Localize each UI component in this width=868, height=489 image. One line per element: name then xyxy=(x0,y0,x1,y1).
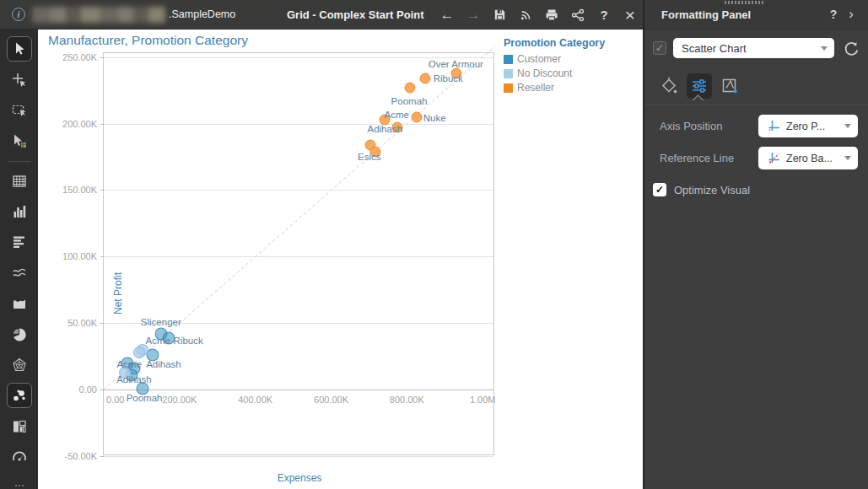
chart-title: Manufacturer, Promotion Category xyxy=(48,33,248,48)
tool-table[interactable] xyxy=(7,169,32,194)
legend-item[interactable]: Customer xyxy=(504,53,647,65)
share-button[interactable] xyxy=(567,4,589,26)
reference-line-value: Zero Ba... xyxy=(786,153,833,164)
share-icon xyxy=(570,8,585,23)
subscribe-button[interactable] xyxy=(515,4,536,26)
legend-swatch xyxy=(504,83,513,93)
legend: Promotion Category CustomerNo DiscountRe… xyxy=(504,37,647,96)
save-icon xyxy=(493,8,507,22)
treemap-icon xyxy=(11,418,28,435)
point-label: Ribuck xyxy=(434,73,463,83)
bar-chart-icon xyxy=(11,203,28,220)
legend-swatch xyxy=(504,55,513,64)
tool-radar-chart[interactable] xyxy=(7,352,32,378)
gauge-icon xyxy=(11,449,28,465)
reset-button[interactable] xyxy=(841,38,861,58)
y-tick-mark xyxy=(100,456,104,457)
tool-pointer[interactable] xyxy=(7,36,32,62)
tool-line-chart[interactable] xyxy=(7,261,32,286)
point-label: Over Armour xyxy=(429,59,483,69)
y-axis-tick-label: 150.00K xyxy=(62,185,97,195)
redacted-project-name xyxy=(32,7,165,23)
pie-chart-icon xyxy=(11,326,28,343)
tool-row-chart[interactable] xyxy=(7,229,32,255)
pointer-icon xyxy=(11,40,28,57)
save-button[interactable] xyxy=(488,4,510,26)
back-button[interactable]: ← xyxy=(436,4,458,26)
point-label: Acme xyxy=(116,359,141,369)
tool-area-chart[interactable] xyxy=(7,291,32,316)
point-label: Ribuck xyxy=(174,336,203,346)
scatter-point[interactable] xyxy=(404,83,415,94)
close-button[interactable]: × xyxy=(619,4,641,26)
chart-type-dropdown[interactable]: Scatter Chart xyxy=(673,38,834,58)
chevron-down-icon xyxy=(844,156,851,160)
point-label: Esics xyxy=(358,152,380,162)
tool-multi-select[interactable] xyxy=(7,128,32,153)
tool-crosshair-pointer[interactable] xyxy=(7,67,32,93)
scatter-point[interactable] xyxy=(133,347,145,358)
chart-type-checkbox[interactable]: ✓ xyxy=(653,41,666,55)
scatter-point[interactable] xyxy=(412,111,423,122)
chart-canvas: Manufacturer, Promotion Category Net Pro… xyxy=(38,30,643,489)
info-icon[interactable]: i xyxy=(12,8,25,21)
tab-data-format[interactable] xyxy=(717,73,742,99)
legend-swatch xyxy=(504,69,513,78)
crosshair-pointer-icon xyxy=(11,72,28,89)
radar-chart-icon xyxy=(11,357,28,373)
forward-button[interactable]: → xyxy=(462,4,484,26)
optimize-visual-checkbox[interactable]: ✓ xyxy=(653,183,666,196)
fill-format-icon xyxy=(660,77,678,95)
axis-position-label: Axis Position xyxy=(660,120,722,132)
panel-tabs xyxy=(644,58,868,99)
scatter-chart-icon xyxy=(11,387,28,404)
chart-type-value: Scatter Chart xyxy=(682,42,747,55)
point-label: Adihash xyxy=(116,374,152,384)
tool-bar-chart[interactable] xyxy=(7,199,32,224)
print-button[interactable] xyxy=(541,4,563,26)
legend-label: No Discount xyxy=(517,67,572,79)
optimize-visual-row: ✓ Optimize Visual xyxy=(644,169,868,196)
y-axis-tick-label: -50.00K xyxy=(64,451,97,461)
point-label: Slicenger xyxy=(141,317,181,327)
row-chart-icon xyxy=(11,234,28,250)
x-axis-title: Expenses xyxy=(207,472,392,484)
properties-sliders-icon xyxy=(690,77,709,95)
tool-gauge[interactable] xyxy=(7,444,32,470)
reference-line-icon xyxy=(767,151,781,165)
panel-collapse-button[interactable]: › xyxy=(843,6,860,23)
formatting-panel-header: Formatting Panel ? › xyxy=(644,0,868,30)
axis-position-dropdown[interactable]: Zero P... xyxy=(758,115,858,137)
y-gridline xyxy=(104,456,493,457)
reference-line-row: Reference Line Zero Ba... xyxy=(644,147,868,169)
reference-line-dropdown[interactable]: Zero Ba... xyxy=(758,147,858,169)
y-axis-tick-label: 100.00K xyxy=(62,251,97,261)
line-chart-icon xyxy=(11,265,28,282)
axis-position-value: Zero P... xyxy=(786,121,825,132)
area-chart-icon xyxy=(11,295,28,312)
panel-drag-grip[interactable] xyxy=(725,1,763,4)
point-label: Acme xyxy=(146,336,170,346)
formatting-panel: Formatting Panel ? › ✓ Scatter Chart xyxy=(643,0,868,489)
panel-help-button[interactable]: ? xyxy=(824,8,843,21)
point-label: Acme xyxy=(385,110,409,120)
sidebar-overflow-indicator[interactable] xyxy=(15,485,24,486)
tool-scatter-chart[interactable] xyxy=(7,383,32,408)
chart-type-row: ✓ Scatter Chart xyxy=(644,30,868,58)
tool-pie-chart[interactable] xyxy=(7,322,32,347)
legend-item[interactable]: Reseller xyxy=(504,82,647,94)
help-button[interactable]: ? xyxy=(593,4,615,26)
reference-line-label: Reference Line xyxy=(660,152,734,164)
scatter-point[interactable] xyxy=(420,73,431,83)
app-label: .SampleDemo xyxy=(169,8,235,20)
app-window: i .SampleDemo Grid - Complex Start Point… xyxy=(0,0,868,489)
legend-label: Reseller xyxy=(517,82,554,94)
legend-item[interactable]: No Discount xyxy=(504,67,647,79)
panel-divider xyxy=(644,105,868,105)
y-axis-tick-label: 250.00K xyxy=(62,52,97,62)
tool-sidebar xyxy=(0,30,38,489)
tool-treemap[interactable] xyxy=(7,414,32,439)
tab-properties[interactable] xyxy=(687,73,712,99)
tab-fill-format[interactable] xyxy=(656,73,682,99)
tool-marquee-select[interactable] xyxy=(7,98,32,123)
